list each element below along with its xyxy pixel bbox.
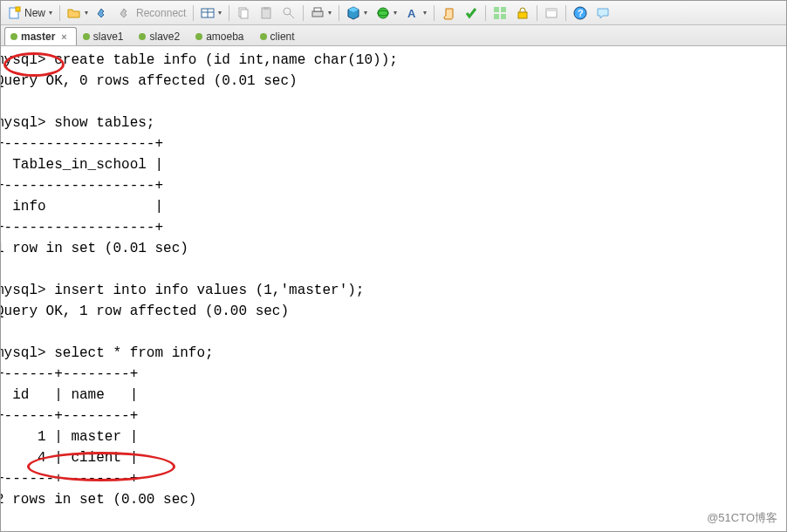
check-button[interactable] xyxy=(461,3,482,23)
separator xyxy=(193,5,194,21)
tab-label: amoeba xyxy=(206,31,243,43)
script-icon xyxy=(441,6,455,20)
new-button[interactable]: New ▾ xyxy=(4,3,56,23)
separator xyxy=(537,5,537,21)
svg-rect-20 xyxy=(518,12,527,18)
tab-label: slave1 xyxy=(93,31,124,43)
print-button[interactable]: ▾ xyxy=(307,3,335,23)
chevron-down-icon: ▾ xyxy=(49,9,52,17)
svg-text:A: A xyxy=(407,7,416,20)
paste-icon xyxy=(259,6,273,20)
check-icon xyxy=(464,6,478,20)
svg-rect-18 xyxy=(494,14,499,19)
tab-master[interactable]: master × xyxy=(4,27,77,45)
close-icon[interactable]: × xyxy=(61,31,66,42)
svg-rect-1 xyxy=(16,7,20,11)
new-label: New xyxy=(24,7,45,19)
chevron-down-icon: ▾ xyxy=(218,9,222,17)
terminal-output[interactable]: mysql> create table info (id int,name ch… xyxy=(0,46,786,510)
svg-rect-8 xyxy=(263,7,269,10)
status-dot-icon xyxy=(139,33,146,40)
svg-rect-11 xyxy=(312,11,323,17)
chevron-down-icon: ▾ xyxy=(85,9,88,17)
paste-button[interactable] xyxy=(256,3,277,23)
grid-button[interactable]: ▾ xyxy=(197,3,225,23)
print-icon xyxy=(311,6,325,20)
svg-rect-22 xyxy=(546,9,557,11)
copy-button[interactable] xyxy=(233,3,254,23)
tab-amoeba[interactable]: amoeba xyxy=(189,27,253,45)
cube-icon xyxy=(346,6,360,20)
chat-button[interactable] xyxy=(592,3,613,23)
chevron-down-icon: ▾ xyxy=(423,9,427,17)
tab-client[interactable]: client xyxy=(254,27,305,45)
chat-icon xyxy=(596,6,610,20)
grid-icon xyxy=(201,6,215,20)
chevron-down-icon: ▾ xyxy=(328,9,332,17)
tab-label: master xyxy=(21,31,55,43)
svg-line-10 xyxy=(290,14,294,18)
separator xyxy=(229,5,229,21)
svg-rect-6 xyxy=(241,10,248,18)
reconnect-button[interactable]: Reconnect xyxy=(116,3,189,23)
globe-icon xyxy=(376,6,390,20)
svg-text:?: ? xyxy=(578,8,584,18)
plug-icon xyxy=(97,6,111,20)
connect-button[interactable] xyxy=(93,3,114,23)
lock-icon xyxy=(516,6,530,20)
tab-bar: master × slave1 slave2 amoeba client xyxy=(1,25,786,46)
open-button[interactable]: ▾ xyxy=(64,3,92,23)
chevron-down-icon: ▾ xyxy=(364,9,367,17)
window-button[interactable] xyxy=(541,3,562,23)
svg-rect-19 xyxy=(501,14,506,19)
tab-label: slave2 xyxy=(149,31,180,43)
tile-button[interactable] xyxy=(489,3,510,23)
svg-point-9 xyxy=(284,8,291,15)
lock-button[interactable] xyxy=(512,3,533,23)
svg-rect-17 xyxy=(501,7,506,12)
copy-icon xyxy=(236,6,250,20)
watermark: @51CTO博客 xyxy=(707,510,777,526)
separator xyxy=(434,5,435,21)
separator xyxy=(303,5,304,21)
svg-point-13 xyxy=(378,8,388,18)
chevron-down-icon: ▾ xyxy=(394,9,397,17)
status-dot-icon xyxy=(10,33,17,40)
svg-rect-12 xyxy=(314,8,321,11)
tab-slave2[interactable]: slave2 xyxy=(133,27,189,45)
new-icon xyxy=(8,6,22,20)
help-icon: ? xyxy=(573,6,587,20)
separator xyxy=(59,5,60,21)
svg-rect-16 xyxy=(494,7,499,12)
font-icon: A xyxy=(406,6,420,20)
script-button[interactable] xyxy=(438,3,459,23)
help-button[interactable]: ? xyxy=(570,3,591,23)
font-button[interactable]: A ▾ xyxy=(402,3,430,23)
globe-button[interactable]: ▾ xyxy=(373,3,400,23)
reconnect-label: Reconnect xyxy=(136,7,186,19)
search-icon xyxy=(282,6,296,20)
window-icon xyxy=(544,6,558,20)
status-dot-icon xyxy=(195,33,202,40)
status-dot-icon xyxy=(83,33,90,40)
toolbar: New ▾ ▾ Reconnect ▾ ▾ xyxy=(1,1,786,25)
separator xyxy=(565,5,566,21)
folder-open-icon xyxy=(67,6,81,20)
status-dot-icon xyxy=(260,33,267,40)
tile-icon xyxy=(493,6,507,20)
tab-label: client xyxy=(270,31,295,43)
tab-slave1[interactable]: slave1 xyxy=(77,27,133,45)
cube-button[interactable]: ▾ xyxy=(343,3,371,23)
reconnect-icon xyxy=(120,6,133,20)
separator xyxy=(485,5,486,21)
search-button[interactable] xyxy=(278,3,299,23)
separator xyxy=(339,5,339,21)
